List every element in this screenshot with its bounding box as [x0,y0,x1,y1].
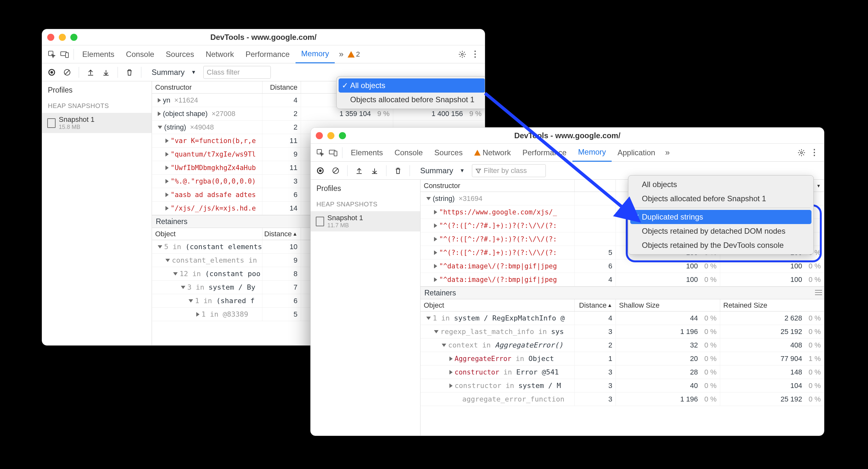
sidebar-profiles: Profiles [311,180,420,197]
clear-icon[interactable] [329,164,342,177]
table-row[interactable]: "^data:image\/(?:bmp|gif|jpeg61000 %1000… [421,259,824,273]
sidebar: Profiles HEAP SNAPSHOTS Snapshot 1 15.8 … [42,81,152,345]
close-icon[interactable] [316,132,323,139]
upload-icon[interactable] [84,66,97,79]
dropdown-item-before-snapshot[interactable]: Objects allocated before Snapshot 1 [630,192,811,206]
retainer-row[interactable]: constructor in Error @5413280 %1480 % [421,365,824,379]
retainer-row[interactable]: constructor in system / M3400 %1040 % [421,379,824,392]
tab-network[interactable]: Network [468,144,517,162]
filter-dropdown-a[interactable]: ✓ All objects Objects allocated before S… [336,76,485,109]
record-icon[interactable] [314,164,327,177]
download-icon[interactable] [368,164,381,177]
snapshot-name: Snapshot 1 [59,115,94,124]
filter-placeholder: Filter by class [484,167,527,175]
tab-elements[interactable]: Elements [76,45,120,63]
svg-line-7 [65,70,69,75]
table-row[interactable]: "^data:image\/(?:bmp|gif|jpeg41000 %1000… [421,273,824,286]
snapshot-item[interactable]: Snapshot 1 15.8 MB [42,113,152,133]
view-select[interactable]: Summary ▼ [148,66,199,79]
inspect-icon[interactable] [314,146,327,159]
maximize-icon[interactable] [70,34,78,41]
col-object[interactable]: Object [421,299,575,311]
device-toggle-icon[interactable] [58,48,71,61]
snapshot-size: 15.8 MB [59,124,94,130]
col-object[interactable]: Object [152,228,262,240]
retainer-row[interactable]: 1 in system / RegExpMatchInfo @4440 %2 6… [421,312,824,325]
trash-icon[interactable] [392,164,404,177]
gear-icon[interactable] [795,146,808,159]
retainer-row[interactable]: aggregate_error_function31 1960 %25 1920… [421,392,824,406]
clear-icon[interactable] [61,66,73,79]
svg-rect-2 [65,53,68,58]
device-toggle-icon[interactable] [327,146,340,159]
check-icon: ✓ [342,81,348,90]
tab-sources[interactable]: Sources [160,45,200,63]
retainer-row[interactable]: regexp_last_match_info in sys31 1960 %25… [421,325,824,339]
class-filter-input[interactable]: Filter by class [472,164,546,177]
close-icon[interactable] [47,34,54,41]
dropdown-item-all-objects[interactable]: All objects [630,177,811,192]
tab-network[interactable]: Network [200,45,240,63]
col-retained[interactable]: Retained Size [720,299,824,311]
window-title: DevTools - www.google.com/ [311,131,824,140]
sidebar-heap-snapshots: HEAP SNAPSHOTS [42,99,152,113]
tab-console[interactable]: Console [120,45,160,63]
dropdown-item-devtools-console[interactable]: Objects retained by the DevTools console [630,238,811,252]
dropdown-item-before-snapshot[interactable]: Objects allocated before Snapshot 1 [339,93,485,107]
record-icon[interactable] [45,66,58,79]
inspect-icon[interactable] [45,48,58,61]
table-row[interactable]: (object shape) ×27008 2 1 359 1049 % 1 4… [152,107,485,121]
col-shallow[interactable]: Shallow Size [616,299,720,311]
download-icon[interactable] [100,66,113,79]
dropdown-item-detached-dom[interactable]: Objects retained by detached DOM nodes [630,224,811,238]
minimize-icon[interactable] [59,34,66,41]
col-constructor[interactable]: Constructor [421,180,575,192]
devtools-window-b: DevTools - www.google.com/ Elements Cons… [310,127,824,436]
chevron-down-icon[interactable]: ▼ [816,183,821,188]
snapshot-item[interactable]: Snapshot 1 11.7 MB [311,211,420,231]
view-select[interactable]: Summary ▼ [417,164,468,177]
tab-elements[interactable]: Elements [345,144,389,162]
titlebar: DevTools - www.google.com/ [42,29,485,45]
tab-memory[interactable]: Memory [296,45,335,63]
col-distance[interactable]: Distance [262,81,301,93]
retainer-row[interactable]: context in AggregateError()2320 %4080 % [421,339,824,352]
traffic-lights [47,34,78,41]
svg-line-15 [334,169,338,173]
col-distance-r[interactable]: Distance▲ [262,228,301,240]
upload-icon[interactable] [353,164,366,177]
svg-point-3 [461,53,463,55]
tab-memory[interactable]: Memory [572,144,612,162]
tab-performance[interactable]: Performance [517,144,572,162]
view-select-label: Summary [420,166,453,175]
warnings-badge[interactable]: 2 [348,50,360,59]
tab-console[interactable]: Console [389,144,429,162]
maximize-icon[interactable] [339,132,346,139]
view-select-label: Summary [152,68,185,77]
filter-dropdown-b[interactable]: All objects Objects allocated before Sna… [628,175,814,255]
svg-point-13 [319,169,321,172]
tab-performance[interactable]: Performance [240,45,295,63]
dropdown-item-duplicated-strings[interactable]: ✓ Duplicated strings [630,210,811,224]
col-constructor[interactable]: Constructor [152,81,262,93]
retainer-row[interactable]: AggregateError in Object1200 %77 9041 % [421,352,824,365]
main-tabs: Elements Console Sources Network Perform… [311,144,824,162]
document-icon [47,118,56,128]
col-distance[interactable]: Distance▲ [575,299,616,311]
more-tabs-icon[interactable]: » [335,48,348,61]
more-tabs-icon[interactable]: » [661,146,674,159]
kebab-menu-icon[interactable]: ⋮ [469,48,482,61]
sidebar: Profiles HEAP SNAPSHOTS Snapshot 1 11.7 … [311,180,421,436]
gear-icon[interactable] [456,48,469,61]
minimize-icon[interactable] [327,132,334,139]
kebab-menu-icon[interactable]: ⋮ [808,146,821,159]
class-filter-placeholder: Class filter [207,68,240,77]
main-tabs: Elements Console Sources Network Perform… [42,45,485,63]
tab-sources[interactable]: Sources [429,144,468,162]
traffic-lights [316,132,346,139]
dropdown-item-all-objects[interactable]: ✓ All objects [339,79,485,93]
trash-icon[interactable] [123,66,136,79]
class-filter-input[interactable]: Class filter [203,66,271,79]
tab-application[interactable]: Application [612,144,661,162]
menu-icon[interactable] [815,289,822,297]
